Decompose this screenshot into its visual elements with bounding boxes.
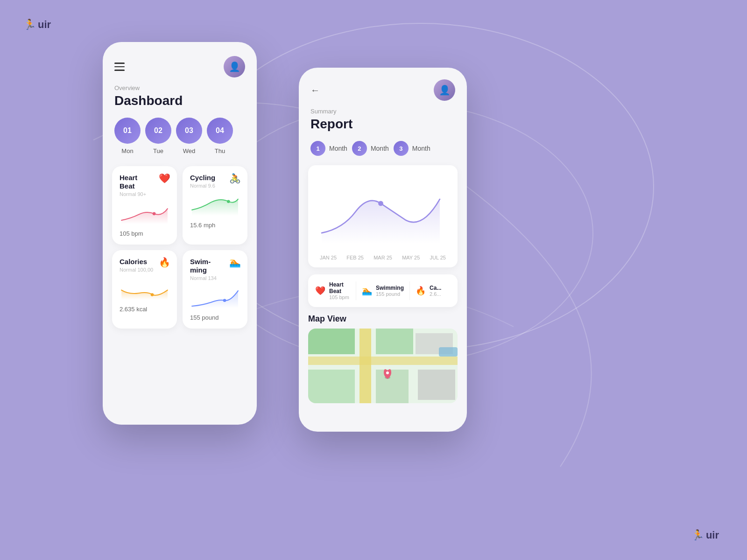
swimming-chart — [190, 285, 240, 310]
day-label-tue: Tue — [153, 147, 163, 154]
back-button[interactable]: ← — [310, 85, 320, 96]
stat-calories: 🔥 Ca... 2.6... — [416, 281, 451, 300]
month-tab-3[interactable]: 3 Month — [394, 141, 430, 156]
svg-rect-8 — [359, 329, 371, 403]
day-label-mon: Mon — [121, 147, 133, 154]
svg-rect-16 — [439, 347, 458, 357]
user-avatar-right[interactable]: 👤 — [434, 79, 455, 101]
left-phone-header: 👤 — [103, 42, 257, 84]
logo-icon-br: 🏃 — [691, 529, 704, 541]
calories-value: 2.635 kcal — [120, 306, 169, 313]
logo-text-br: uir — [706, 529, 719, 541]
svg-point-6 — [378, 201, 383, 206]
swimming-value: 155 pound — [190, 314, 240, 321]
x-label-may: MAY 25 — [402, 255, 420, 260]
heartbeat-icon: ❤️ — [159, 173, 170, 184]
calories-chart — [120, 276, 169, 302]
svg-point-5 — [223, 299, 226, 302]
card-calories: Calories Normal 100,00 🔥 2.635 kcal — [112, 250, 177, 329]
x-label-mar: MAR 25 — [374, 255, 392, 260]
month-tab-1[interactable]: 1 Month — [310, 141, 347, 156]
report-chart-container: JAN 25 FEB 25 MAR 25 MAY 25 JUL 25 — [308, 165, 458, 267]
x-label-jan: JAN 25 — [320, 255, 337, 260]
overview-label: Overview — [103, 84, 257, 93]
month-label-1: Month — [329, 145, 347, 152]
cycling-chart — [190, 192, 240, 218]
stat-heartbeat-title: Heart Beat — [329, 281, 350, 294]
month-num-2: 2 — [352, 141, 367, 156]
hamburger-menu[interactable] — [114, 63, 125, 71]
dashboard-title: Dashboard — [103, 93, 257, 118]
day-bubble-wed: 03 — [176, 118, 202, 144]
cycling-icon: 🚴 — [229, 173, 241, 184]
svg-rect-13 — [376, 370, 409, 403]
day-label-wed: Wed — [183, 147, 196, 154]
logo-bottom-right: 🏃 uir — [691, 529, 719, 541]
cards-grid: HeartBeat Normal 90+ ❤️ 105 bpm — [103, 166, 257, 329]
stat-calories-value: 2.6... — [430, 291, 441, 297]
month-num-1: 1 — [310, 141, 325, 156]
report-title: Report — [299, 117, 467, 141]
month-tab-2[interactable]: 2 Month — [352, 141, 389, 156]
map-section: Map View — [308, 314, 458, 403]
report-chart-svg — [317, 175, 448, 249]
day-bubble-thu: 04 — [207, 118, 233, 144]
svg-rect-12 — [308, 370, 355, 403]
day-item-wed[interactable]: 03 Wed — [176, 118, 202, 154]
chart-x-labels: JAN 25 FEB 25 MAR 25 MAY 25 JUL 25 — [317, 251, 448, 260]
x-label-feb: FEB 25 — [346, 255, 364, 260]
card-heartbeat: HeartBeat Normal 90+ ❤️ 105 bpm — [112, 166, 177, 245]
day-item-thu[interactable]: 04 Thu — [207, 118, 233, 154]
stat-calories-title: Ca... — [430, 285, 441, 291]
summary-label: Summary — [299, 108, 467, 117]
heartbeat-chart — [120, 201, 169, 226]
stat-heartbeat-value: 105 bpm — [329, 294, 350, 300]
svg-rect-11 — [376, 329, 413, 354]
svg-point-4 — [151, 293, 154, 296]
map-svg — [308, 329, 458, 403]
right-phone: ← 👤 Summary Report 1 Month 2 Month 3 Mon… — [299, 68, 467, 432]
swimming-icon: 🏊 — [229, 257, 241, 268]
month-label-2: Month — [371, 145, 389, 152]
month-num-3: 3 — [394, 141, 409, 156]
card-swimming: Swim-ming Normal 134 🏊 155 pound — [183, 250, 247, 329]
logo-icon: 🏃 — [23, 19, 36, 31]
stat-calories-info: Ca... 2.6... — [430, 285, 441, 297]
card-swimming-subtitle: Normal 134 — [190, 275, 240, 281]
stat-swimming-info: Swimming 155 pound — [376, 285, 404, 297]
x-label-jul: JUL 25 — [430, 255, 446, 260]
summary-stats: ❤️ Heart Beat 105 bpm 🏊 Swimming 155 pou… — [308, 274, 458, 307]
left-phone: 👤 Overview Dashboard 01 Mon 02 Tue 03 We… — [103, 42, 257, 425]
svg-point-18 — [386, 371, 389, 374]
stat-heartbeat-icon: ❤️ — [315, 286, 325, 296]
day-item-mon[interactable]: 01 Mon — [114, 118, 141, 154]
logo: 🏃 uir — [23, 19, 51, 31]
month-label-3: Month — [412, 145, 430, 152]
card-cycling: Cycling Normal 9.6 🚴 15.6 mph — [183, 166, 247, 245]
stat-heartbeat-info: Heart Beat 105 bpm — [329, 281, 350, 300]
month-tabs: 1 Month 2 Month 3 Month — [299, 141, 467, 165]
svg-point-2 — [153, 212, 156, 216]
stat-swimming-value: 155 pound — [376, 291, 404, 297]
day-row: 01 Mon 02 Tue 03 Wed 04 Thu — [103, 118, 257, 166]
day-label-thu: Thu — [215, 147, 225, 154]
heartbeat-value: 105 bpm — [120, 230, 169, 237]
stat-heartbeat: ❤️ Heart Beat 105 bpm — [315, 281, 356, 300]
stat-calories-icon: 🔥 — [416, 286, 426, 296]
map-title: Map View — [308, 314, 458, 324]
cycling-value: 15.6 mph — [190, 222, 240, 229]
day-item-tue[interactable]: 02 Tue — [145, 118, 171, 154]
stat-swimming-icon: 🏊 — [362, 286, 372, 296]
user-avatar-left[interactable]: 👤 — [224, 56, 245, 77]
svg-point-3 — [227, 200, 230, 203]
card-heartbeat-subtitle: Normal 90+ — [120, 191, 169, 197]
calories-icon: 🔥 — [159, 257, 170, 268]
day-bubble-tue: 02 — [145, 118, 171, 144]
day-bubble-mon: 01 — [114, 118, 141, 144]
stat-swimming: 🏊 Swimming 155 pound — [362, 281, 410, 300]
svg-rect-10 — [308, 329, 355, 354]
stat-swimming-title: Swimming — [376, 285, 404, 291]
right-phone-header: ← 👤 — [299, 68, 467, 108]
svg-rect-15 — [418, 370, 455, 400]
map-container[interactable] — [308, 329, 458, 403]
